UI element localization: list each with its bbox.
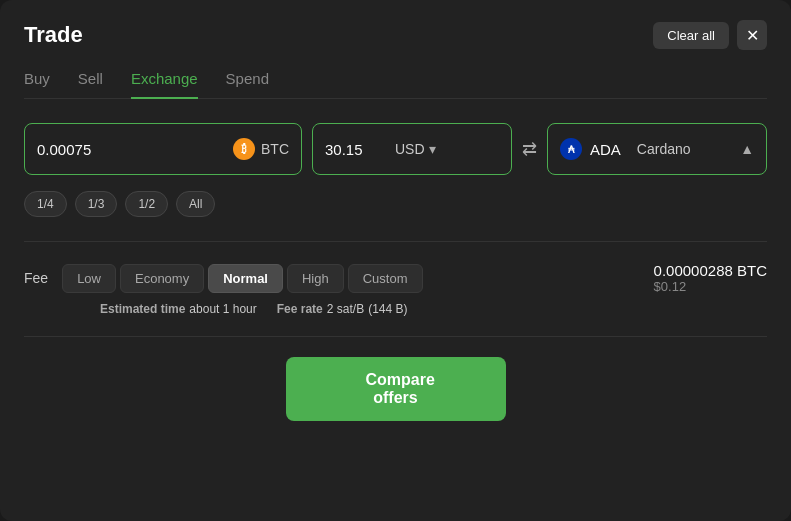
modal-header: Trade Clear all ✕ (24, 20, 767, 50)
tab-exchange[interactable]: Exchange (131, 70, 198, 99)
fee-rate-value: 2 sat/B (327, 302, 364, 316)
fee-economy[interactable]: Economy (120, 264, 204, 293)
fee-usd-amount: $0.12 (654, 279, 687, 294)
fee-low[interactable]: Low (62, 264, 116, 293)
usd-dropdown-arrow[interactable]: ▾ (429, 141, 436, 157)
separator-bottom (24, 336, 767, 337)
fee-high[interactable]: High (287, 264, 344, 293)
from-currency-label: BTC (261, 141, 289, 157)
tabs-container: Buy Sell Exchange Spend (24, 70, 767, 99)
fee-rate-size: (144 B) (368, 302, 407, 316)
fee-normal[interactable]: Normal (208, 264, 283, 293)
swap-icon[interactable]: ⇄ (522, 138, 537, 160)
fee-btc-amount: 0.00000288 BTC (654, 262, 767, 279)
to-currency-label: ADA (590, 141, 621, 158)
tab-spend[interactable]: Spend (226, 70, 269, 99)
ada-icon: ₳ (560, 138, 582, 160)
to-currency-group: ₳ ADA Cardano ▲ (547, 123, 767, 175)
exchange-input-row: ₿ BTC USD ▾ ⇄ ₳ ADA Cardano ▲ (24, 123, 767, 175)
fee-row: Fee Low Economy Normal High Custom 0.000… (24, 262, 767, 294)
fraction-buttons: 1/4 1/3 1/2 All (24, 191, 767, 217)
usd-group: USD ▾ (312, 123, 512, 175)
modal-title: Trade (24, 22, 83, 48)
estimated-time-value: about 1 hour (189, 302, 256, 316)
separator-top (24, 241, 767, 242)
estimated-time-label: Estimated time (100, 302, 185, 316)
usd-currency-label: USD (395, 141, 425, 157)
usd-value-input[interactable] (325, 141, 395, 158)
from-value-input[interactable] (37, 141, 227, 158)
tab-buy[interactable]: Buy (24, 70, 50, 99)
fee-amount: 0.00000288 BTC $0.12 (654, 262, 767, 294)
fraction-half[interactable]: 1/2 (125, 191, 168, 217)
btc-icon: ₿ (233, 138, 255, 160)
clear-all-button[interactable]: Clear all (653, 22, 729, 49)
header-actions: Clear all ✕ (653, 20, 767, 50)
to-currency-name: Cardano (637, 141, 691, 157)
fee-options: Low Economy Normal High Custom (62, 264, 422, 293)
close-button[interactable]: ✕ (737, 20, 767, 50)
trade-modal: Trade Clear all ✕ Buy Sell Exchange Spen… (0, 0, 791, 521)
fraction-all[interactable]: All (176, 191, 215, 217)
ada-info: ₳ ADA Cardano (560, 138, 691, 160)
fee-custom[interactable]: Custom (348, 264, 423, 293)
fee-label: Fee (24, 270, 48, 286)
tab-sell[interactable]: Sell (78, 70, 103, 99)
fraction-quarter[interactable]: 1/4 (24, 191, 67, 217)
from-currency-group: ₿ BTC (24, 123, 302, 175)
fraction-third[interactable]: 1/3 (75, 191, 118, 217)
estimated-row: Estimated time about 1 hour Fee rate 2 s… (100, 302, 767, 316)
fee-rate-label: Fee rate (277, 302, 323, 316)
compare-offers-button[interactable]: Compare offers (286, 357, 506, 421)
to-currency-dropdown[interactable]: ▲ (740, 141, 754, 157)
